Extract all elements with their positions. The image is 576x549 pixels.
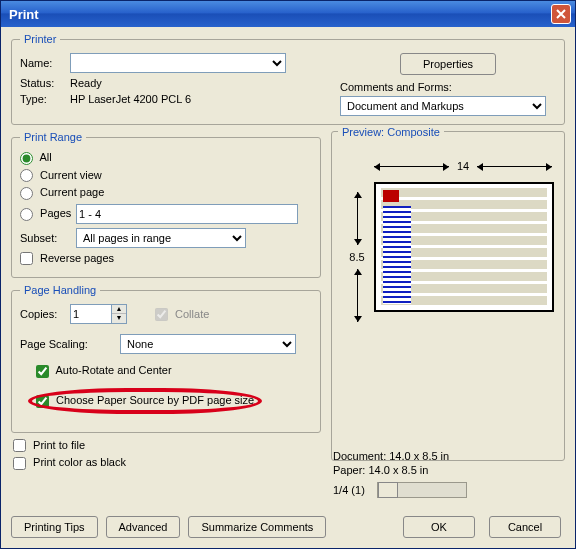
comments-forms-select[interactable]: Document and Markups bbox=[340, 96, 546, 116]
summarize-comments-button[interactable]: Summarize Comments bbox=[188, 516, 326, 538]
preview-legend: Preview: Composite bbox=[338, 126, 444, 138]
ok-button[interactable]: OK bbox=[403, 516, 475, 538]
radio-all[interactable]: All bbox=[20, 151, 52, 165]
close-icon bbox=[556, 9, 566, 19]
titlebar: Print bbox=[1, 1, 575, 27]
radio-current-page[interactable]: Current page bbox=[20, 186, 104, 200]
spin-up-icon[interactable]: ▲ bbox=[112, 305, 126, 314]
document-size: Document: 14.0 x 8.5 in bbox=[333, 450, 561, 462]
cancel-button[interactable]: Cancel bbox=[489, 516, 561, 538]
subset-label: Subset: bbox=[20, 232, 76, 244]
paper-source-checkbox[interactable]: Choose Paper Source by PDF page size bbox=[36, 394, 254, 408]
printer-name-select[interactable] bbox=[70, 53, 286, 73]
autorotate-checkbox[interactable]: Auto-Rotate and Center bbox=[36, 364, 172, 378]
page-handling-group: Page Handling Copies: ▲▼ Collate Page Sc… bbox=[11, 284, 321, 432]
printer-legend: Printer bbox=[20, 33, 60, 45]
radio-pages[interactable]: Pages bbox=[20, 207, 76, 221]
scaling-label: Page Scaling: bbox=[20, 338, 120, 350]
advanced-button[interactable]: Advanced bbox=[106, 516, 181, 538]
type-value: HP LaserJet 4200 PCL 6 bbox=[70, 93, 191, 105]
copies-label: Copies: bbox=[20, 308, 70, 320]
page-slider[interactable] bbox=[377, 482, 467, 498]
copies-value[interactable] bbox=[70, 304, 112, 324]
printer-group: Printer Name: Status: Ready Type: HP Las… bbox=[11, 33, 565, 125]
handling-legend: Page Handling bbox=[20, 284, 100, 296]
comments-label: Comments and Forms: bbox=[340, 81, 556, 93]
range-legend: Print Range bbox=[20, 131, 86, 143]
preview-height: 8.5 bbox=[349, 245, 364, 269]
close-button[interactable] bbox=[551, 4, 571, 24]
print-dialog: Print Printer Name: Status: Ready bbox=[0, 0, 576, 549]
page-counter: 1/4 (1) bbox=[333, 484, 365, 496]
printing-tips-button[interactable]: Printing Tips bbox=[11, 516, 98, 538]
reverse-pages-checkbox[interactable]: Reverse pages bbox=[20, 252, 114, 266]
properties-button[interactable]: Properties bbox=[400, 53, 496, 75]
preview-group: Preview: Composite 14 8.5 bbox=[331, 131, 565, 461]
status-label: Status: bbox=[20, 77, 70, 89]
type-label: Type: bbox=[20, 93, 70, 105]
pages-field[interactable] bbox=[76, 204, 298, 224]
preview-width: 14 bbox=[449, 160, 477, 172]
paper-size: Paper: 14.0 x 8.5 in bbox=[333, 464, 561, 476]
subset-select[interactable]: All pages in range bbox=[76, 228, 246, 248]
print-range-group: Print Range All Current view Current pag… bbox=[11, 131, 321, 278]
status-value: Ready bbox=[70, 77, 102, 89]
print-as-black-checkbox[interactable]: Print color as black bbox=[13, 456, 126, 470]
scaling-select[interactable]: None bbox=[120, 334, 296, 354]
copies-stepper[interactable]: ▲▼ bbox=[70, 304, 127, 324]
collate-checkbox: Collate bbox=[155, 308, 209, 322]
print-to-file-checkbox[interactable]: Print to file bbox=[13, 439, 85, 453]
radio-current-view[interactable]: Current view bbox=[20, 169, 102, 183]
preview-page bbox=[374, 182, 554, 312]
spin-down-icon[interactable]: ▼ bbox=[112, 314, 126, 323]
window-title: Print bbox=[9, 7, 39, 22]
name-label: Name: bbox=[20, 57, 70, 69]
